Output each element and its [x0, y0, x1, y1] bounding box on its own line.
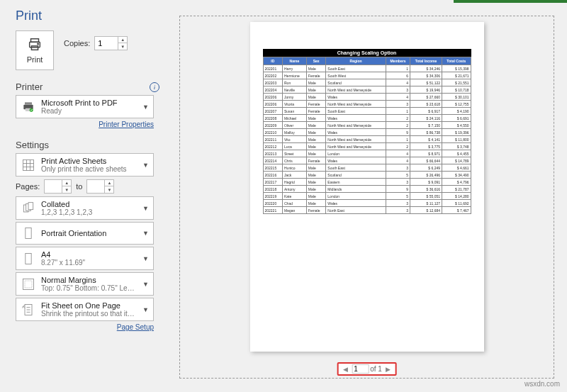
table-row: 202212LucaMaleNorth West and Merseyside2…: [263, 143, 471, 150]
printer-properties-link[interactable]: Printer Properties: [16, 121, 154, 128]
table-row: 202214ChrisFemaleWales4$ 66,644$ 14,789: [263, 157, 471, 164]
scaling-select[interactable]: Fit Sheet on One Page Shrink the printou…: [16, 298, 154, 321]
svg-point-3: [38, 43, 38, 44]
left-panel: Print Print Copies: ▲▼ Printer i: [0, 3, 167, 379]
table-row: 202202HermioneFemaleSouth West6$ 34,306$…: [263, 72, 471, 79]
margins-select[interactable]: Normal Margins Top: 0.75" Bottom: 0.75" …: [16, 272, 154, 296]
table-row: 202215HunicoMaleSouth East3$ 6,249$ 4,66…: [263, 164, 471, 172]
paper-select[interactable]: A4 8.27" x 11.69" ▼: [16, 247, 154, 270]
table-row: 202213StreetMaleLondon4$ 8,971$ 4,455: [263, 150, 471, 157]
spin-up-icon[interactable]: ▲: [118, 37, 127, 43]
chevron-down-icon: ▼: [142, 255, 149, 262]
next-page-button[interactable]: ▶: [383, 366, 393, 373]
info-icon[interactable]: i: [150, 82, 159, 92]
table-header: Total Income: [410, 57, 442, 65]
doc-title: Changing Scaling Option: [263, 49, 471, 57]
printer-section-label: Printer: [16, 82, 43, 92]
svg-rect-8: [23, 159, 34, 170]
watermark: wsxdn.com: [524, 380, 560, 388]
table-row: 202218AntonyMaleMidlands9$ 36,616$ 21,78…: [263, 186, 471, 193]
collate-icon: [21, 201, 36, 216]
printer-icon: [27, 37, 43, 54]
printer-device-icon: [21, 99, 36, 115]
collate-select[interactable]: Collated 1,2,3 1,2,3 1,2,3 ▼: [16, 196, 154, 220]
chevron-down-icon: ▼: [142, 162, 149, 169]
prev-page-button[interactable]: ◀: [341, 366, 350, 373]
table-header: Members: [386, 57, 410, 65]
preview-page: Changing Scaling Option IDNameSexRegionM…: [250, 22, 484, 352]
table-header: Sex: [306, 57, 326, 65]
chevron-down-icon: ▼: [142, 205, 149, 212]
copies-input[interactable]: ▲▼: [94, 36, 128, 50]
chevron-down-icon: ▼: [142, 103, 149, 111]
table-row: 202220ChadMaleWales3$ 11,127$ 11,692: [263, 200, 471, 207]
table-header: Name: [283, 57, 307, 65]
portrait-icon: [21, 225, 36, 241]
pages-label: Pages:: [16, 182, 40, 191]
pages-from-input[interactable]: ▲▼: [44, 179, 72, 194]
table-row: 202211VitoMaleNorth West and Merseyside1…: [263, 136, 471, 143]
table-row: 202216JackMaleScotland5$ 26,496$ 34,490: [263, 172, 471, 179]
current-page-input[interactable]: [352, 364, 369, 374]
table-row: 202203RonMaleScotland4$ 51,122$ 21,551: [263, 79, 471, 86]
table-row: 202201HarryMaleSouth East1$ 34,246$ 15,3…: [263, 65, 471, 72]
preview-panel: Changing Scaling Option IDNameSexRegionM…: [167, 3, 567, 379]
table-header: ID: [263, 57, 283, 65]
print-what-select[interactable]: Print Active Sheets Only print the activ…: [16, 153, 154, 177]
table-row: 202204NevilleMaleNorth West and Merseysi…: [263, 86, 471, 94]
table-row: 202221MeganFemaleNorth East3$ 12,684$ 7,…: [263, 207, 471, 214]
table-header: Total Costs: [442, 57, 471, 65]
fit-page-icon: [21, 302, 36, 318]
pages-to-label: to: [76, 182, 82, 191]
printer-select[interactable]: Microsoft Print to PDF Ready ▼: [16, 95, 154, 118]
orientation-select[interactable]: Portrait Orientation ▼: [16, 222, 154, 245]
of-pages-label: of 1: [370, 365, 382, 373]
table-header: Region: [326, 57, 386, 65]
spin-down-icon[interactable]: ▼: [118, 43, 127, 50]
svg-rect-17: [26, 253, 31, 264]
svg-rect-2: [31, 46, 38, 50]
table-row: 202208MichaelMaleWales2$ 24,116$ 6,691: [263, 115, 471, 122]
table-row: 202209OliverMaleNorth West and Merseysid…: [263, 122, 471, 129]
data-table: IDNameSexRegionMembersTotal IncomeTotal …: [263, 57, 471, 214]
table-row: 202206VitoriaFemaleNorth West and Mersey…: [263, 101, 471, 108]
svg-rect-16: [26, 228, 31, 239]
svg-rect-15: [28, 202, 33, 209]
page-navigator: ◀ of 1 ▶: [337, 362, 397, 376]
copies-label: Copies:: [64, 39, 90, 47]
table-row: 202217HagridMaleEastern3$ 9,091$ 4,796: [263, 179, 471, 186]
table-row: 202207SusanFemaleSouth East1$ 6,917$ 4,1…: [263, 108, 471, 115]
settings-section-label: Settings: [16, 140, 49, 150]
page-setup-link[interactable]: Page Setup: [16, 323, 154, 331]
paper-icon: [21, 251, 36, 267]
print-button-label: Print: [27, 55, 43, 64]
table-row: 202210MalfoyMaleWales9$ 86,738$ 19,396: [263, 129, 471, 136]
table-row: 202219KateMaleLondon5$ 55,051$ 14,280: [263, 193, 471, 200]
pages-to-input[interactable]: ▲▼: [86, 179, 114, 194]
chevron-down-icon: ▼: [142, 306, 149, 313]
margins-icon: [21, 276, 36, 292]
chevron-down-icon: ▼: [142, 230, 149, 237]
sheets-icon: [21, 157, 36, 173]
svg-rect-5: [25, 102, 32, 104]
print-button[interactable]: Print: [16, 30, 54, 70]
chevron-down-icon: ▼: [142, 281, 149, 288]
table-row: 202206JonnyMaleWales4$ 27,660$ 30,101: [263, 94, 471, 101]
page-title: Print: [16, 9, 159, 23]
